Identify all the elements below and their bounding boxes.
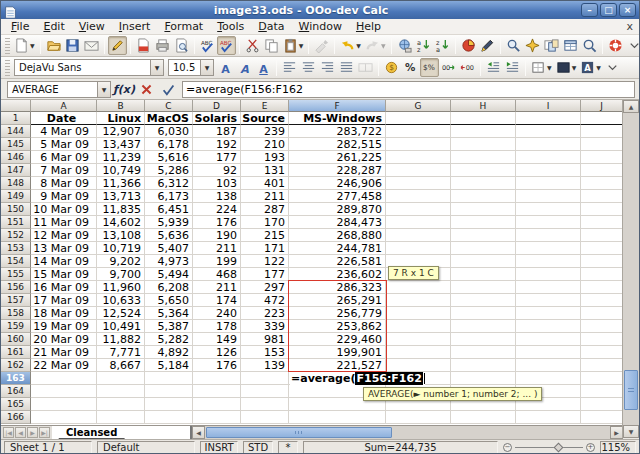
row-header-155[interactable]: 155 bbox=[1, 268, 31, 281]
menu-data[interactable]: Data bbox=[251, 19, 291, 34]
cell-i154[interactable] bbox=[516, 255, 581, 268]
close-button[interactable]: × bbox=[619, 3, 636, 17]
cell-a153[interactable]: 13 Mar 09 bbox=[31, 242, 97, 255]
cell-c159[interactable]: 5,387 bbox=[145, 320, 193, 333]
row-header-152[interactable]: 152 bbox=[1, 229, 31, 242]
cell-e165[interactable] bbox=[241, 398, 289, 411]
cell-e154[interactable]: 122 bbox=[241, 255, 289, 268]
cell-h150[interactable] bbox=[451, 203, 516, 216]
row-header-154[interactable]: 154 bbox=[1, 255, 31, 268]
cell-a159[interactable]: 19 Mar 09 bbox=[31, 320, 97, 333]
menu-help[interactable]: Help bbox=[349, 19, 388, 34]
cell-g153[interactable] bbox=[386, 242, 451, 255]
cell-a162[interactable]: 22 Mar 09 bbox=[31, 359, 97, 372]
cell-j150[interactable] bbox=[581, 203, 622, 216]
cell-j155[interactable] bbox=[581, 268, 622, 281]
cell-e148[interactable]: 401 bbox=[241, 177, 289, 190]
draw-functions-button[interactable] bbox=[478, 36, 497, 55]
toolbar-overflow-button[interactable] bbox=[625, 36, 640, 55]
chevron-down-icon[interactable]: ▼ bbox=[356, 42, 361, 49]
cell-d146[interactable]: 177 bbox=[193, 151, 241, 164]
cell-f152[interactable]: 268,880 bbox=[289, 229, 386, 242]
chevron-down-icon[interactable]: ▼ bbox=[299, 42, 304, 49]
cell-e155[interactable]: 177 bbox=[241, 268, 289, 281]
cell-e158[interactable]: 223 bbox=[241, 307, 289, 320]
cell-g146[interactable] bbox=[386, 151, 451, 164]
cell-e163[interactable] bbox=[241, 372, 289, 385]
document-as-email-button[interactable] bbox=[82, 36, 101, 55]
cell-e151[interactable]: 170 bbox=[241, 216, 289, 229]
cell-d165[interactable] bbox=[193, 398, 241, 411]
cell-d148[interactable]: 103 bbox=[193, 177, 241, 190]
title-bar[interactable]: image33.ods - OOo-dev Calc – □ × bbox=[1, 1, 639, 19]
add-decimal-button[interactable]: 00 bbox=[439, 58, 458, 77]
column-header-c[interactable]: C bbox=[145, 100, 193, 112]
vertical-scrollbar[interactable]: ▲ ▼ bbox=[622, 100, 639, 438]
cell-g149[interactable] bbox=[386, 190, 451, 203]
sheet-tab-cleansed[interactable]: Cleansed bbox=[52, 426, 131, 439]
cell-j151[interactable] bbox=[581, 216, 622, 229]
column-header-f[interactable]: F bbox=[289, 100, 386, 112]
zoom-slider-handle[interactable] bbox=[554, 443, 564, 453]
column-header-d[interactable]: D bbox=[193, 100, 241, 112]
cell-a154[interactable]: 14 Mar 09 bbox=[31, 255, 97, 268]
cell-i152[interactable] bbox=[516, 229, 581, 242]
grid-corner-button[interactable] bbox=[1, 100, 31, 112]
font-name-combo[interactable]: DejaVu Sans ▼ bbox=[14, 59, 164, 76]
cell-h155[interactable] bbox=[451, 268, 516, 281]
cell-a155[interactable]: 15 Mar 09 bbox=[31, 268, 97, 281]
cell-a146[interactable]: 6 Mar 09 bbox=[31, 151, 97, 164]
sort-ascending-button[interactable]: az bbox=[414, 36, 433, 55]
cell-j165[interactable] bbox=[581, 398, 622, 411]
cell-f1[interactable]: MS-Windows bbox=[289, 112, 386, 125]
page-style-indicator[interactable]: Default bbox=[97, 441, 195, 454]
cell-h152[interactable] bbox=[451, 229, 516, 242]
cell-c160[interactable]: 5,282 bbox=[145, 333, 193, 346]
cell-d152[interactable]: 190 bbox=[193, 229, 241, 242]
cell-i166[interactable] bbox=[516, 411, 581, 424]
cell-e156[interactable]: 297 bbox=[241, 281, 289, 294]
cell-g144[interactable] bbox=[386, 125, 451, 138]
cell-e152[interactable]: 215 bbox=[241, 229, 289, 242]
cell-i156[interactable] bbox=[516, 281, 581, 294]
cell-h161[interactable] bbox=[451, 346, 516, 359]
cell-f147[interactable]: 228,287 bbox=[289, 164, 386, 177]
cell-f151[interactable]: 284,473 bbox=[289, 216, 386, 229]
cell-d144[interactable]: 187 bbox=[193, 125, 241, 138]
cell-f155[interactable]: 236,602 bbox=[289, 268, 386, 281]
cell-c164[interactable] bbox=[145, 385, 193, 398]
cell-c154[interactable]: 4,973 bbox=[145, 255, 193, 268]
cell-e144[interactable]: 239 bbox=[241, 125, 289, 138]
data-sources-button[interactable] bbox=[561, 36, 580, 55]
cell-a164[interactable] bbox=[31, 385, 97, 398]
menu-insert[interactable]: Insert bbox=[112, 19, 158, 34]
cell-h163[interactable] bbox=[451, 372, 516, 385]
cell-b159[interactable]: 10,491 bbox=[97, 320, 145, 333]
find-replace-button[interactable] bbox=[504, 36, 523, 55]
cell-j147[interactable] bbox=[581, 164, 622, 177]
cell-b164[interactable] bbox=[97, 385, 145, 398]
cell-i148[interactable] bbox=[516, 177, 581, 190]
cell-a160[interactable]: 20 Mar 09 bbox=[31, 333, 97, 346]
horizontal-scrollbar-thumb[interactable] bbox=[206, 427, 392, 438]
cell-d149[interactable]: 138 bbox=[193, 190, 241, 203]
cell-b144[interactable]: 12,907 bbox=[97, 125, 145, 138]
cell-d163[interactable] bbox=[193, 372, 241, 385]
row-header-153[interactable]: 153 bbox=[1, 242, 31, 255]
cell-c162[interactable]: 5,184 bbox=[145, 359, 193, 372]
number-currency-button[interactable]: $ bbox=[382, 58, 401, 77]
row-header-144[interactable]: 144 bbox=[1, 125, 31, 138]
cell-d154[interactable]: 199 bbox=[193, 255, 241, 268]
cut-button[interactable] bbox=[243, 36, 262, 55]
next-sheet-icon[interactable]: ▶ bbox=[27, 427, 38, 438]
cell-a151[interactable]: 11 Mar 09 bbox=[31, 216, 97, 229]
bold-button[interactable]: A bbox=[216, 58, 235, 77]
sort-descending-button[interactable]: za bbox=[433, 36, 452, 55]
column-header-g[interactable]: G bbox=[386, 100, 451, 112]
cell-c148[interactable]: 6,312 bbox=[145, 177, 193, 190]
menu-file[interactable]: File bbox=[4, 19, 36, 34]
cell-i163[interactable] bbox=[516, 372, 581, 385]
cell-g162[interactable] bbox=[386, 359, 451, 372]
menu-view[interactable]: View bbox=[72, 19, 112, 34]
scroll-up-icon[interactable]: ▲ bbox=[623, 100, 639, 113]
